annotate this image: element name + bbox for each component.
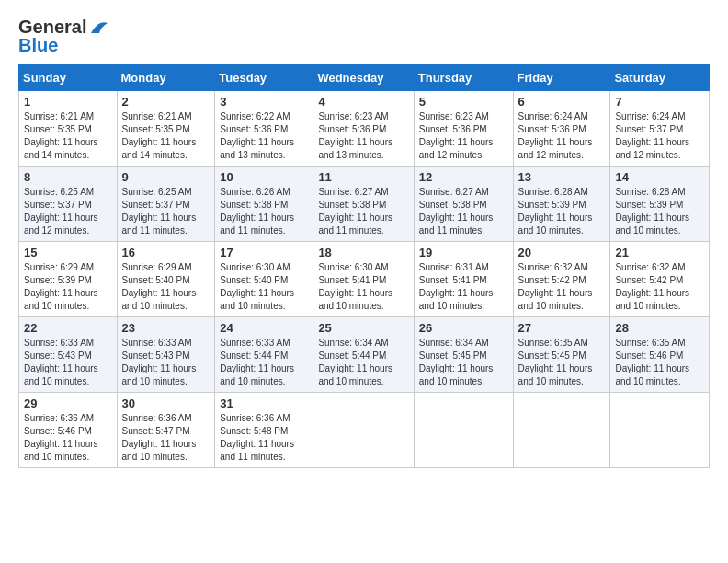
- day-info: Sunrise: 6:26 AM Sunset: 5:38 PM Dayligh…: [220, 186, 308, 237]
- day-info: Sunrise: 6:36 AM Sunset: 5:46 PM Dayligh…: [24, 412, 112, 464]
- sunset-label: Sunset: 5:48 PM: [220, 426, 288, 436]
- table-row: 10 Sunrise: 6:26 AM Sunset: 5:38 PM Dayl…: [215, 167, 313, 242]
- sunrise-label: Sunrise: 6:22 AM: [220, 111, 290, 121]
- sunset-label: Sunset: 5:41 PM: [318, 275, 386, 285]
- header-sunday: Sunday: [19, 65, 118, 91]
- table-row: 29 Sunrise: 6:36 AM Sunset: 5:46 PM Dayl…: [19, 393, 118, 468]
- day-info: Sunrise: 6:21 AM Sunset: 5:35 PM Dayligh…: [24, 110, 112, 162]
- sunrise-label: Sunrise: 6:28 AM: [615, 187, 685, 197]
- sunrise-label: Sunrise: 6:31 AM: [419, 262, 489, 272]
- day-number: 4: [318, 95, 408, 109]
- sunset-label: Sunset: 5:38 PM: [220, 200, 288, 210]
- sunset-label: Sunset: 5:37 PM: [24, 200, 92, 210]
- sunset-label: Sunset: 5:38 PM: [318, 200, 386, 210]
- table-row: 12 Sunrise: 6:27 AM Sunset: 5:38 PM Dayl…: [414, 167, 513, 242]
- daylight-label: Daylight: 11 hours and 10 minutes.: [122, 288, 197, 311]
- day-info: Sunrise: 6:33 AM Sunset: 5:43 PM Dayligh…: [122, 337, 210, 388]
- sunrise-label: Sunrise: 6:21 AM: [24, 111, 94, 121]
- sunrise-label: Sunrise: 6:33 AM: [220, 338, 290, 348]
- header-saturday: Saturday: [610, 65, 710, 91]
- day-info: Sunrise: 6:33 AM Sunset: 5:43 PM Dayligh…: [24, 337, 112, 388]
- sunset-label: Sunset: 5:41 PM: [419, 275, 487, 285]
- day-number: 13: [518, 170, 606, 184]
- day-info: Sunrise: 6:23 AM Sunset: 5:36 PM Dayligh…: [419, 110, 508, 162]
- table-row: 18 Sunrise: 6:30 AM Sunset: 5:41 PM Dayl…: [313, 242, 414, 317]
- day-number: 22: [24, 321, 112, 335]
- day-number: 1: [24, 95, 112, 109]
- table-row: 30 Sunrise: 6:36 AM Sunset: 5:47 PM Dayl…: [117, 393, 215, 468]
- daylight-label: Daylight: 11 hours and 10 minutes.: [419, 288, 494, 311]
- daylight-label: Daylight: 11 hours and 10 minutes.: [419, 363, 494, 386]
- daylight-label: Daylight: 11 hours and 10 minutes.: [318, 288, 392, 311]
- sunrise-label: Sunrise: 6:33 AM: [122, 338, 192, 348]
- day-number: 20: [518, 246, 606, 259]
- sunrise-label: Sunrise: 6:34 AM: [419, 338, 489, 348]
- daylight-label: Daylight: 11 hours and 10 minutes.: [615, 363, 689, 386]
- sunset-label: Sunset: 5:38 PM: [419, 200, 487, 210]
- sunset-label: Sunset: 5:40 PM: [220, 275, 288, 285]
- table-row: 23 Sunrise: 6:33 AM Sunset: 5:43 PM Dayl…: [117, 317, 215, 393]
- daylight-label: Daylight: 11 hours and 14 minutes.: [24, 137, 98, 160]
- sunrise-label: Sunrise: 6:35 AM: [518, 338, 588, 348]
- sunset-label: Sunset: 5:36 PM: [318, 124, 386, 134]
- daylight-label: Daylight: 11 hours and 10 minutes.: [122, 363, 197, 386]
- table-row: 26 Sunrise: 6:34 AM Sunset: 5:45 PM Dayl…: [414, 317, 513, 393]
- daylight-label: Daylight: 11 hours and 10 minutes.: [615, 213, 689, 236]
- daylight-label: Daylight: 11 hours and 11 minutes.: [318, 213, 392, 236]
- sunset-label: Sunset: 5:43 PM: [122, 350, 190, 361]
- sunset-label: Sunset: 5:36 PM: [518, 124, 586, 134]
- day-number: 29: [24, 396, 112, 410]
- header: General Blue: [18, 17, 710, 55]
- sunrise-label: Sunrise: 6:23 AM: [318, 111, 388, 121]
- sunrise-label: Sunrise: 6:30 AM: [318, 262, 388, 272]
- sunset-label: Sunset: 5:36 PM: [220, 124, 288, 134]
- day-number: 16: [122, 246, 210, 259]
- day-info: Sunrise: 6:30 AM Sunset: 5:40 PM Dayligh…: [220, 261, 308, 313]
- day-info: Sunrise: 6:23 AM Sunset: 5:36 PM Dayligh…: [318, 110, 408, 162]
- day-info: Sunrise: 6:35 AM Sunset: 5:46 PM Dayligh…: [615, 337, 704, 388]
- calendar-week-row: 1 Sunrise: 6:21 AM Sunset: 5:35 PM Dayli…: [19, 91, 710, 167]
- sunset-label: Sunset: 5:35 PM: [24, 124, 92, 134]
- table-row: 3 Sunrise: 6:22 AM Sunset: 5:36 PM Dayli…: [215, 91, 313, 167]
- table-row: 14 Sunrise: 6:28 AM Sunset: 5:39 PM Dayl…: [610, 167, 710, 242]
- table-row: 25 Sunrise: 6:34 AM Sunset: 5:44 PM Dayl…: [313, 317, 414, 393]
- header-tuesday: Tuesday: [215, 65, 313, 91]
- day-number: 30: [122, 396, 210, 410]
- day-number: 27: [518, 321, 606, 335]
- daylight-label: Daylight: 11 hours and 10 minutes.: [24, 439, 98, 462]
- day-info: Sunrise: 6:32 AM Sunset: 5:42 PM Dayligh…: [518, 261, 606, 313]
- daylight-label: Daylight: 11 hours and 10 minutes.: [220, 363, 294, 386]
- daylight-label: Daylight: 11 hours and 10 minutes.: [518, 363, 593, 386]
- sunrise-label: Sunrise: 6:29 AM: [24, 262, 94, 272]
- day-info: Sunrise: 6:28 AM Sunset: 5:39 PM Dayligh…: [615, 186, 704, 237]
- daylight-label: Daylight: 11 hours and 10 minutes.: [24, 288, 98, 311]
- calendar-table: Sunday Monday Tuesday Wednesday Thursday…: [18, 64, 710, 468]
- sunset-label: Sunset: 5:37 PM: [615, 124, 683, 134]
- sunset-label: Sunset: 5:42 PM: [615, 275, 683, 285]
- logo-blue-text: Blue: [18, 35, 110, 55]
- sunset-label: Sunset: 5:44 PM: [318, 350, 386, 361]
- day-number: 2: [122, 95, 210, 109]
- sunrise-label: Sunrise: 6:32 AM: [615, 262, 685, 272]
- sunset-label: Sunset: 5:47 PM: [122, 426, 190, 436]
- table-row: 19 Sunrise: 6:31 AM Sunset: 5:41 PM Dayl…: [414, 242, 513, 317]
- table-row: 21 Sunrise: 6:32 AM Sunset: 5:42 PM Dayl…: [610, 242, 710, 317]
- sunset-label: Sunset: 5:43 PM: [24, 350, 92, 361]
- day-info: Sunrise: 6:22 AM Sunset: 5:36 PM Dayligh…: [220, 110, 308, 162]
- daylight-label: Daylight: 11 hours and 12 minutes.: [518, 137, 593, 160]
- table-row: 7 Sunrise: 6:24 AM Sunset: 5:37 PM Dayli…: [610, 91, 710, 167]
- daylight-label: Daylight: 11 hours and 12 minutes.: [419, 137, 494, 160]
- day-info: Sunrise: 6:25 AM Sunset: 5:37 PM Dayligh…: [24, 186, 112, 237]
- day-number: 9: [122, 170, 210, 184]
- page: General Blue Sunday Monday Tuesday Wedne…: [0, 0, 728, 477]
- day-info: Sunrise: 6:35 AM Sunset: 5:45 PM Dayligh…: [518, 337, 606, 388]
- sunset-label: Sunset: 5:46 PM: [615, 350, 683, 361]
- day-info: Sunrise: 6:28 AM Sunset: 5:39 PM Dayligh…: [518, 186, 606, 237]
- day-number: 5: [419, 95, 508, 109]
- sunset-label: Sunset: 5:39 PM: [518, 200, 586, 210]
- day-info: Sunrise: 6:33 AM Sunset: 5:44 PM Dayligh…: [220, 337, 308, 388]
- logo-bird-icon: [88, 18, 110, 35]
- day-number: 18: [318, 246, 408, 259]
- day-info: Sunrise: 6:27 AM Sunset: 5:38 PM Dayligh…: [419, 186, 508, 237]
- calendar-week-row: 29 Sunrise: 6:36 AM Sunset: 5:46 PM Dayl…: [19, 393, 710, 468]
